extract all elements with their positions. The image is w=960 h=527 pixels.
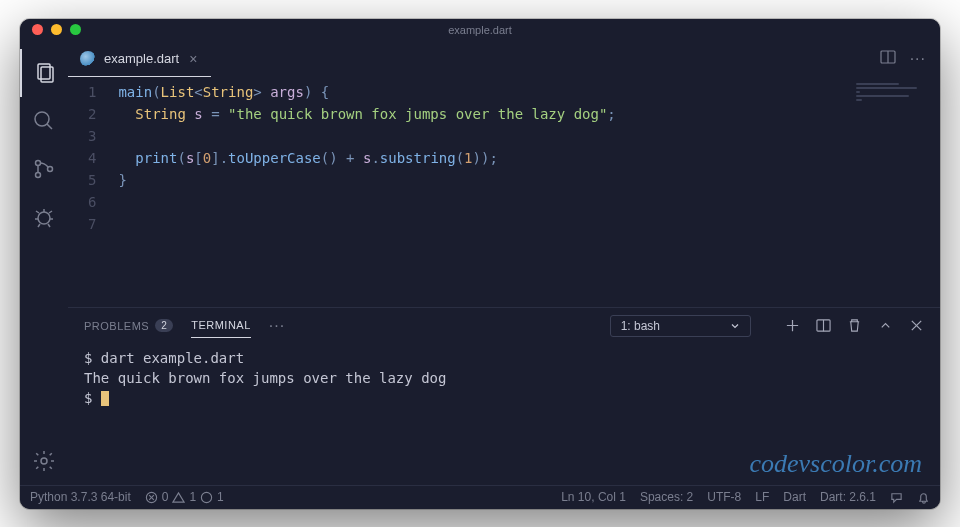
- minimap[interactable]: [850, 77, 940, 307]
- svg-point-8: [41, 458, 47, 464]
- code-editor[interactable]: 1 2 3 4 5 6 7 main(List<String> args) { …: [68, 77, 850, 307]
- svg-point-6: [48, 166, 53, 171]
- status-feedback-icon[interactable]: [890, 491, 903, 504]
- trash-icon[interactable]: [847, 318, 862, 333]
- status-encoding[interactable]: UTF-8: [707, 490, 741, 504]
- status-bar: Python 3.7.3 64-bit 0 1 1 Ln 10, Col 1 S…: [20, 485, 940, 509]
- close-panel-icon[interactable]: [909, 318, 924, 333]
- settings-gear-icon[interactable]: [20, 437, 68, 485]
- info-icon: [200, 491, 213, 504]
- tab-terminal[interactable]: TERMINAL: [191, 313, 251, 338]
- close-icon[interactable]: ×: [187, 49, 199, 69]
- svg-point-7: [38, 212, 50, 224]
- new-terminal-icon[interactable]: [785, 318, 800, 333]
- problems-count-badge: 2: [155, 319, 173, 332]
- editor-tabs: example.dart × ···: [68, 41, 940, 77]
- terminal-cursor: [101, 391, 109, 406]
- more-actions-icon[interactable]: ···: [910, 50, 926, 68]
- status-indentation[interactable]: Spaces: 2: [640, 490, 693, 504]
- source-control-icon[interactable]: [20, 145, 68, 193]
- svg-line-3: [47, 124, 52, 129]
- terminal-output[interactable]: $ dart example.dart The quick brown fox …: [68, 344, 940, 485]
- line-numbers: 1 2 3 4 5 6 7: [88, 81, 118, 307]
- chevron-up-icon[interactable]: [878, 318, 893, 333]
- status-cursor-position[interactable]: Ln 10, Col 1: [561, 490, 626, 504]
- activity-bar: [20, 41, 68, 485]
- warning-icon: [172, 491, 185, 504]
- titlebar: example.dart: [20, 19, 940, 41]
- window-title: example.dart: [448, 24, 512, 36]
- debug-icon[interactable]: [20, 193, 68, 241]
- bottom-panel: PROBLEMS 2 TERMINAL ··· 1: bash: [68, 307, 940, 485]
- explorer-icon[interactable]: [20, 49, 68, 97]
- status-eol[interactable]: LF: [755, 490, 769, 504]
- status-dart-version[interactable]: Dart: 2.6.1: [820, 490, 876, 504]
- more-panels-icon[interactable]: ···: [269, 317, 285, 335]
- tab-label: example.dart: [104, 51, 179, 66]
- tab-problems[interactable]: PROBLEMS 2: [84, 313, 173, 338]
- window-close-button[interactable]: [32, 24, 43, 35]
- status-diagnostics[interactable]: 0 1 1: [145, 490, 224, 504]
- chevron-down-icon: [730, 321, 740, 331]
- status-bell-icon[interactable]: [917, 491, 930, 504]
- window-maximize-button[interactable]: [70, 24, 81, 35]
- svg-point-4: [36, 160, 41, 165]
- code-content: main(List<String> args) { String s = "th…: [118, 81, 615, 307]
- svg-point-2: [35, 112, 49, 126]
- svg-point-20: [202, 492, 212, 502]
- svg-point-5: [36, 172, 41, 177]
- split-terminal-icon[interactable]: [816, 318, 831, 333]
- tab-example-dart[interactable]: example.dart ×: [68, 41, 211, 77]
- status-language[interactable]: Dart: [783, 490, 806, 504]
- status-python[interactable]: Python 3.7.3 64-bit: [30, 490, 131, 504]
- terminal-selector[interactable]: 1: bash: [610, 315, 751, 337]
- split-editor-icon[interactable]: [880, 49, 896, 69]
- search-icon[interactable]: [20, 97, 68, 145]
- error-icon: [145, 491, 158, 504]
- window-minimize-button[interactable]: [51, 24, 62, 35]
- dart-file-icon: [80, 51, 96, 67]
